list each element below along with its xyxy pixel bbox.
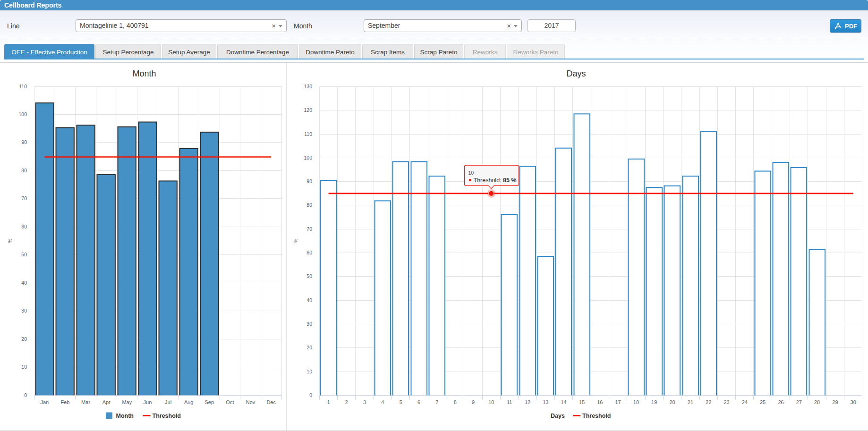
svg-text:Threshold: Threshold bbox=[582, 413, 611, 419]
svg-text:Jul: Jul bbox=[165, 399, 171, 405]
svg-text:120: 120 bbox=[304, 107, 312, 113]
svg-text:%: % bbox=[293, 239, 298, 243]
svg-text:10: 10 bbox=[306, 369, 312, 374]
svg-text:May: May bbox=[122, 399, 132, 405]
svg-text:110: 110 bbox=[19, 84, 27, 89]
svg-text:Apr: Apr bbox=[102, 399, 111, 405]
svg-text:Jan: Jan bbox=[40, 399, 49, 405]
svg-text:10: 10 bbox=[21, 364, 27, 370]
svg-text:28: 28 bbox=[814, 399, 820, 405]
svg-text:Days: Days bbox=[566, 69, 586, 78]
svg-text:40: 40 bbox=[306, 297, 312, 303]
svg-text:Dec: Dec bbox=[266, 399, 276, 405]
svg-text:15: 15 bbox=[579, 399, 585, 405]
svg-text:13: 13 bbox=[543, 399, 548, 405]
svg-text:100: 100 bbox=[304, 155, 312, 161]
svg-text:18: 18 bbox=[633, 399, 639, 405]
svg-text:Sep: Sep bbox=[205, 399, 214, 405]
svg-text:%: % bbox=[7, 238, 13, 243]
svg-text:1: 1 bbox=[327, 399, 330, 405]
svg-text:80: 80 bbox=[21, 168, 27, 173]
svg-text:4: 4 bbox=[381, 399, 384, 405]
svg-text:6: 6 bbox=[417, 399, 420, 405]
svg-text:8: 8 bbox=[454, 399, 457, 405]
svg-text:22: 22 bbox=[706, 399, 711, 405]
svg-text:21: 21 bbox=[688, 399, 693, 405]
svg-text:20: 20 bbox=[306, 345, 312, 350]
svg-text:17: 17 bbox=[615, 399, 621, 405]
svg-text:11: 11 bbox=[507, 399, 512, 405]
svg-text:29: 29 bbox=[832, 399, 838, 405]
svg-text:Threshold: 85 %: Threshold: 85 % bbox=[474, 177, 517, 184]
svg-text:0: 0 bbox=[24, 392, 27, 398]
svg-text:70: 70 bbox=[21, 195, 27, 201]
svg-text:3: 3 bbox=[363, 399, 366, 405]
svg-text:Aug: Aug bbox=[184, 399, 194, 405]
svg-text:110: 110 bbox=[304, 131, 312, 137]
svg-text:7: 7 bbox=[435, 399, 438, 405]
svg-text:24: 24 bbox=[742, 399, 748, 405]
svg-text:50: 50 bbox=[21, 252, 27, 257]
svg-text:Mar: Mar bbox=[81, 399, 90, 405]
svg-text:26: 26 bbox=[778, 399, 783, 405]
svg-text:30: 30 bbox=[306, 321, 312, 327]
svg-text:60: 60 bbox=[306, 250, 312, 255]
svg-text:5: 5 bbox=[400, 399, 402, 405]
svg-text:80: 80 bbox=[306, 202, 312, 208]
svg-text:14: 14 bbox=[561, 399, 566, 405]
svg-text:50: 50 bbox=[306, 273, 312, 279]
svg-text:16: 16 bbox=[597, 399, 603, 405]
svg-text:Oct: Oct bbox=[226, 399, 234, 405]
svg-text:Month: Month bbox=[132, 69, 156, 78]
svg-text:2: 2 bbox=[345, 399, 348, 405]
svg-text:0: 0 bbox=[309, 392, 312, 398]
svg-text:19: 19 bbox=[651, 399, 657, 405]
svg-text:130: 130 bbox=[304, 84, 312, 89]
svg-text:25: 25 bbox=[760, 399, 766, 405]
svg-text:Month: Month bbox=[116, 413, 134, 419]
svg-text:70: 70 bbox=[306, 226, 312, 232]
svg-text:23: 23 bbox=[723, 399, 729, 405]
svg-text:Threshold: Threshold bbox=[153, 413, 181, 419]
svg-text:9: 9 bbox=[472, 399, 475, 405]
svg-text:20: 20 bbox=[669, 399, 675, 405]
svg-text:Jun: Jun bbox=[144, 399, 152, 405]
svg-text:60: 60 bbox=[21, 224, 27, 229]
svg-text:100: 100 bbox=[18, 111, 27, 117]
svg-text:20: 20 bbox=[21, 336, 27, 342]
svg-text:30: 30 bbox=[851, 399, 856, 405]
svg-text:Days: Days bbox=[551, 413, 565, 419]
svg-text:10: 10 bbox=[488, 399, 494, 405]
svg-text:12: 12 bbox=[525, 399, 530, 405]
svg-text:90: 90 bbox=[306, 178, 312, 184]
svg-text:90: 90 bbox=[21, 139, 27, 145]
svg-text:27: 27 bbox=[796, 399, 802, 405]
svg-text:Feb: Feb bbox=[60, 399, 69, 405]
svg-text:30: 30 bbox=[21, 308, 27, 313]
svg-text:40: 40 bbox=[21, 280, 27, 286]
svg-text:Nov: Nov bbox=[246, 399, 255, 405]
svg-text:10: 10 bbox=[468, 170, 474, 176]
